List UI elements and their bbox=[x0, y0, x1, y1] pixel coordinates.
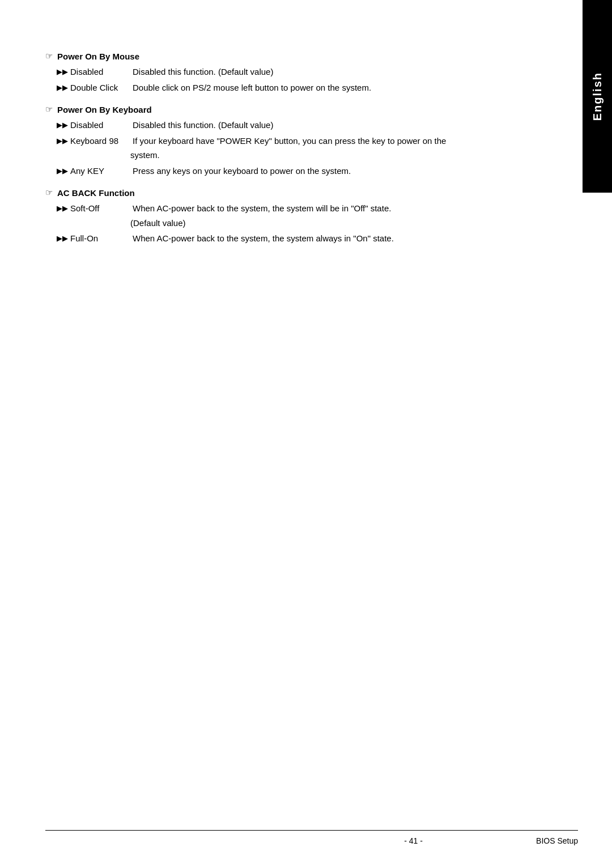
item-label: Full-On bbox=[70, 232, 133, 245]
arrow-icon: ▶▶ bbox=[57, 203, 68, 215]
section-title-power-on-by-mouse: ☞ Power On By Mouse bbox=[45, 51, 533, 61]
section-title-ac-back: ☞ AC BACK Function bbox=[45, 188, 533, 198]
item-desc: When AC-power back to the system, the sy… bbox=[133, 232, 394, 245]
item-label: Disabled bbox=[70, 119, 133, 132]
section-power-on-by-mouse: ☞ Power On By Mouse ▶▶ Disabled Disabled… bbox=[45, 51, 533, 94]
list-item: ▶▶ Keyboard 98 If your keyboard have "PO… bbox=[57, 135, 533, 148]
section-ac-back-function: ☞ AC BACK Function ▶▶ Soft-Off When AC-p… bbox=[45, 188, 533, 245]
section-heading-ac-back: AC BACK Function bbox=[57, 188, 135, 198]
list-item: ▶▶ Disabled Disabled this function. (Def… bbox=[57, 119, 533, 132]
list-item: ▶▶ Double Click Double click on PS/2 mou… bbox=[57, 82, 533, 95]
item-list-mouse: ▶▶ Disabled Disabled this function. (Def… bbox=[45, 66, 533, 94]
footer: - 41 - BIOS Setup bbox=[45, 830, 578, 845]
section-icon-keyboard: ☞ bbox=[45, 104, 53, 114]
section-icon-mouse: ☞ bbox=[45, 51, 53, 61]
arrow-icon: ▶▶ bbox=[57, 66, 68, 79]
section-heading-keyboard: Power On By Keyboard bbox=[57, 105, 152, 114]
item-label: Disabled bbox=[70, 66, 133, 79]
item-desc: If your keyboard have "POWER Key" button… bbox=[133, 135, 446, 148]
arrow-icon: ▶▶ bbox=[57, 120, 68, 132]
item-desc: When AC-power back to the system, the sy… bbox=[133, 202, 391, 215]
item-list-ac-back: ▶▶ Soft-Off When AC-power back to the sy… bbox=[45, 202, 533, 245]
list-item: ▶▶ Disabled Disabled this function. (Def… bbox=[57, 66, 533, 79]
item-label: Soft-Off bbox=[70, 202, 133, 215]
section-icon-ac-back: ☞ bbox=[45, 188, 53, 198]
page-container: English ☞ Power On By Mouse ▶▶ Disabled … bbox=[0, 0, 612, 868]
arrow-icon: ▶▶ bbox=[57, 82, 68, 95]
footer-page-number: - 41 - bbox=[291, 836, 536, 845]
item-desc: Disabled this function. (Default value) bbox=[133, 119, 273, 132]
sidebar-label: English bbox=[591, 72, 604, 121]
item-desc-continued: (Default value) bbox=[57, 217, 533, 230]
content-area: ☞ Power On By Mouse ▶▶ Disabled Disabled… bbox=[45, 34, 533, 245]
list-item: ▶▶ Any KEY Press any keys on your keyboa… bbox=[57, 165, 533, 178]
section-title-keyboard: ☞ Power On By Keyboard bbox=[45, 104, 533, 114]
item-desc: Disabled this function. (Default value) bbox=[133, 66, 273, 79]
arrow-icon: ▶▶ bbox=[57, 135, 68, 148]
item-desc: Press any keys on your keyboard to power… bbox=[133, 165, 351, 178]
item-label: Double Click bbox=[70, 82, 133, 95]
section-heading-mouse: Power On By Mouse bbox=[57, 52, 139, 61]
item-desc: Double click on PS/2 mouse left button t… bbox=[133, 82, 371, 95]
list-item: ▶▶ Full-On When AC-power back to the sys… bbox=[57, 232, 533, 245]
item-label: Keyboard 98 bbox=[70, 135, 133, 148]
item-list-keyboard: ▶▶ Disabled Disabled this function. (Def… bbox=[45, 119, 533, 177]
item-desc-continued: system. bbox=[57, 149, 533, 162]
arrow-icon: ▶▶ bbox=[57, 233, 68, 245]
item-label: Any KEY bbox=[70, 165, 133, 178]
list-item: ▶▶ Soft-Off When AC-power back to the sy… bbox=[57, 202, 533, 215]
footer-title: BIOS Setup bbox=[536, 836, 578, 845]
section-power-on-by-keyboard: ☞ Power On By Keyboard ▶▶ Disabled Disab… bbox=[45, 104, 533, 177]
sidebar-english: English bbox=[583, 0, 612, 193]
arrow-icon: ▶▶ bbox=[57, 165, 68, 178]
